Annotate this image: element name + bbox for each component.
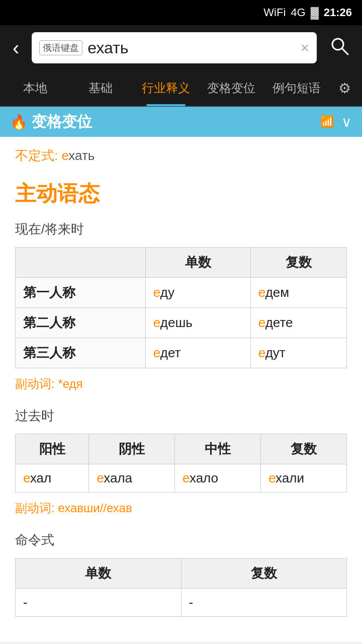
singular-1: еду <box>145 278 250 308</box>
tab-conjugation[interactable]: 变格变位 <box>199 75 264 101</box>
imperative-table: 单数 复数 - - <box>15 558 347 617</box>
present-tense-table: 单数 复数 第一人称 еду едем 第二人称 едешь едете 第三人… <box>15 247 347 368</box>
tab-industry[interactable]: 行业释义 <box>133 75 199 101</box>
imp-plural: - <box>181 589 347 617</box>
plural-2: едете <box>250 308 346 338</box>
conjugation-header: 🔥 变格变位 📶 ∨ <box>0 107 362 137</box>
collapse-icon[interactable]: ∨ <box>341 114 352 130</box>
past-participle-line: 副动词: ехавши//ехав <box>15 500 347 516</box>
table-row: - - <box>16 589 347 617</box>
person-2: 第二人称 <box>16 308 146 338</box>
status-bar: WiFi 4G ▓ 21:26 <box>0 0 362 25</box>
status-time: 21:26 <box>324 6 352 19</box>
infinitive-label: 不定式: <box>15 148 58 163</box>
past-col-masc: 阳性 <box>16 434 89 464</box>
imp-col-singular: 单数 <box>16 558 182 589</box>
plural-1: едем <box>250 278 346 308</box>
tab-examples[interactable]: 例句短语 <box>264 75 329 101</box>
past-col-fem: 阴性 <box>89 434 175 464</box>
col-header-empty <box>16 248 146 278</box>
person-1: 第一人称 <box>16 278 146 308</box>
col-header-plural: 复数 <box>250 248 346 278</box>
singular-3: едет <box>145 338 250 368</box>
imp-singular: - <box>16 589 182 617</box>
past-masc: ехал <box>16 464 89 493</box>
tab-local[interactable]: 本地 <box>3 75 68 101</box>
svg-line-1 <box>342 48 348 54</box>
settings-button[interactable]: ⚙ <box>329 80 359 97</box>
main-content: 🔥 变格变位 📶 ∨ 不定式: ехать 主动语态 现在/将来时 单数 复数 <box>0 107 362 642</box>
table-row: 第二人称 едешь едете <box>16 308 347 338</box>
imp-col-plural: 复数 <box>181 558 347 589</box>
table-row: 第三人称 едет едут <box>16 338 347 368</box>
infinitive-prefix: е <box>61 148 68 163</box>
table-row: 第一人称 еду едем <box>16 278 347 308</box>
past-tense-label: 过去时 <box>15 407 347 425</box>
singular-2: едешь <box>145 308 250 338</box>
search-box[interactable]: 俄语键盘 ехать × <box>32 32 317 63</box>
battery-icon: ▓ <box>311 6 319 19</box>
tab-basic[interactable]: 基础 <box>68 75 133 101</box>
col-header-singular: 单数 <box>145 248 250 278</box>
table-row: ехал ехала ехало ехали <box>16 464 347 493</box>
section-title: 变格变位 <box>32 112 320 132</box>
past-tense-table: 阳性 阴性 中性 复数 ехал ехала ехало ехали <box>15 434 347 493</box>
person-3: 第三人称 <box>16 338 146 368</box>
top-bar: ‹ 俄语键盘 ехать × <box>0 25 362 70</box>
network-signal: 4G <box>291 6 305 19</box>
wifi-icon: WiFi <box>263 6 286 19</box>
past-col-neut: 中性 <box>175 434 261 464</box>
wifi-small-icon: 📶 <box>320 115 334 128</box>
content-body: 不定式: ехать 主动语态 现在/将来时 单数 复数 第一人称 еду ед… <box>0 137 362 627</box>
search-button[interactable] <box>322 31 357 65</box>
past-neut: ехало <box>175 464 261 493</box>
keyboard-tag: 俄语键盘 <box>39 40 82 55</box>
tab-bar: 本地 基础 行业释义 变格变位 例句短语 ⚙ <box>0 70 362 107</box>
plural-3: едут <box>250 338 346 368</box>
fire-icon: 🔥 <box>10 114 28 130</box>
infinitive-rest: хать <box>68 148 95 163</box>
present-tense-label: 现在/将来时 <box>15 220 347 238</box>
clear-button[interactable]: × <box>300 39 309 56</box>
present-participle-line: 副动词: *едя <box>15 376 347 392</box>
imperative-label: 命令式 <box>15 531 347 549</box>
back-button[interactable]: ‹ <box>5 32 27 64</box>
search-text[interactable]: ехать <box>87 39 295 57</box>
past-col-plural: 复数 <box>261 434 347 464</box>
past-fem: ехала <box>89 464 175 493</box>
voice-title: 主动语态 <box>15 180 347 208</box>
past-plural: ехали <box>261 464 347 493</box>
infinitive-line: 不定式: ехать <box>15 147 347 165</box>
